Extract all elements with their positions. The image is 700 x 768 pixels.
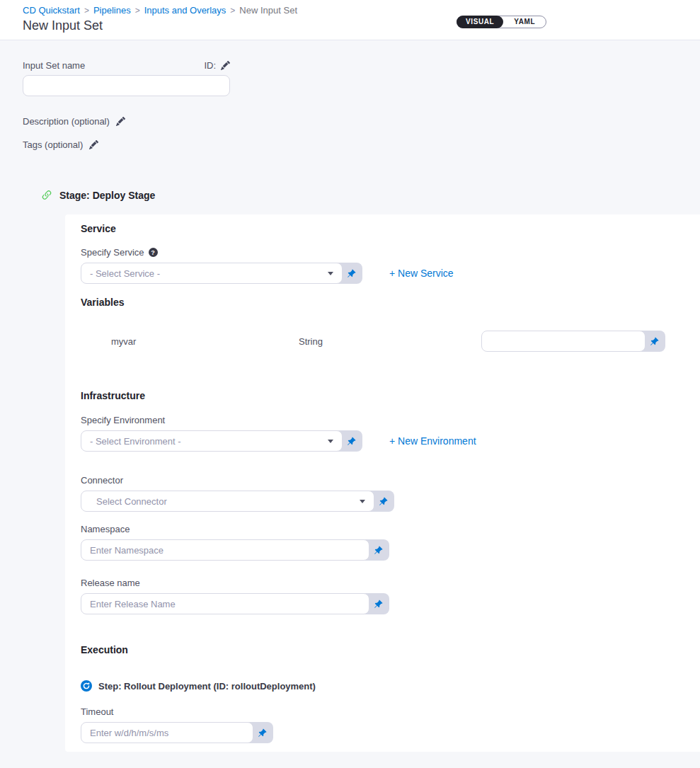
environment-select[interactable]: - Select Environment -	[81, 430, 343, 452]
environment-select-placeholder: - Select Environment -	[90, 436, 181, 447]
namespace-label: Namespace	[81, 524, 130, 534]
stage-header: Stage: Deploy Stage	[40, 189, 700, 202]
input-set-name-label: Input Set name	[23, 60, 85, 71]
pushpin-icon	[374, 546, 383, 555]
pushpin-icon	[347, 269, 356, 278]
timeout-label: Timeout	[81, 706, 113, 717]
breadcrumb: CD Quickstart > Pipelines > Inputs and O…	[23, 5, 677, 16]
variable-value-field[interactable]	[481, 331, 646, 352]
release-name-field[interactable]	[81, 593, 369, 614]
new-service-link[interactable]: + New Service	[389, 268, 454, 279]
toggle-yaml[interactable]: YAML	[503, 16, 546, 28]
new-environment-link[interactable]: + New Environment	[389, 435, 476, 447]
breadcrumb-current-page: New Input Set	[239, 5, 297, 16]
edit-id-pencil-icon[interactable]	[221, 61, 230, 70]
infrastructure-heading: Infrastructure	[81, 390, 695, 402]
timeout-field[interactable]	[81, 722, 253, 743]
step-header: Step: Rollout Deployment (ID: rolloutDep…	[81, 680, 695, 692]
service-select[interactable]: - Select Service -	[81, 263, 343, 284]
question-help-icon[interactable]: ?	[149, 248, 158, 257]
connector-select[interactable]: Select Connector	[81, 491, 374, 512]
specify-service-label: Specify Service	[81, 247, 144, 258]
id-label: ID:	[204, 60, 216, 71]
variables-heading: Variables	[81, 297, 695, 309]
breadcrumb-separator: >	[230, 6, 235, 16]
rollout-circular-arrow-icon	[81, 680, 92, 692]
page-header: CD Quickstart > Pipelines > Inputs and O…	[0, 0, 700, 40]
stage-title: Stage: Deploy Stage	[59, 190, 155, 201]
pushpin-icon	[379, 497, 388, 506]
breadcrumb-separator: >	[135, 6, 140, 16]
caret-down-icon	[328, 440, 333, 443]
breadcrumb-inputs-and-overlays[interactable]: Inputs and Overlays	[144, 5, 226, 16]
stage-card: Service Specify Service ? - Select Servi…	[65, 214, 700, 752]
variable-row: myvar String	[81, 331, 695, 352]
namespace-field[interactable]	[81, 539, 369, 561]
specify-environment-label: Specify Environment	[81, 415, 165, 425]
name-label-row: Input Set name ID:	[23, 59, 230, 71]
caret-down-icon	[360, 500, 365, 503]
breadcrumb-cd-quickstart[interactable]: CD Quickstart	[23, 5, 80, 16]
breadcrumb-separator: >	[84, 6, 89, 16]
page-title: New Input Set	[23, 18, 677, 33]
variable-name: myvar	[111, 336, 299, 347]
pushpin-icon	[374, 600, 383, 609]
tags-label: Tags (optional)	[23, 139, 83, 150]
breadcrumb-pipelines[interactable]: Pipelines	[93, 5, 131, 16]
service-heading: Service	[81, 223, 695, 235]
chain-link-icon	[40, 189, 53, 202]
pushpin-icon	[258, 728, 267, 738]
description-label: Description (optional)	[23, 116, 110, 127]
pushpin-icon	[650, 337, 659, 346]
visual-yaml-toggle[interactable]: VISUAL YAML	[457, 16, 546, 28]
edit-description-pencil-icon[interactable]	[116, 117, 125, 126]
edit-tags-pencil-icon[interactable]	[89, 140, 98, 149]
caret-down-icon	[328, 272, 333, 275]
input-set-form: Input Set name ID: Description (optional…	[0, 40, 700, 752]
connector-select-placeholder: Select Connector	[96, 496, 167, 507]
variable-type: String	[299, 336, 481, 347]
toggle-visual[interactable]: VISUAL	[457, 16, 503, 28]
release-name-label: Release name	[81, 578, 140, 588]
pushpin-icon	[347, 437, 356, 446]
input-set-name-field[interactable]	[23, 75, 230, 96]
execution-heading: Execution	[81, 644, 695, 656]
connector-label: Connector	[81, 475, 123, 486]
service-select-placeholder: - Select Service -	[90, 268, 160, 279]
step-title: Step: Rollout Deployment (ID: rolloutDep…	[98, 681, 316, 692]
